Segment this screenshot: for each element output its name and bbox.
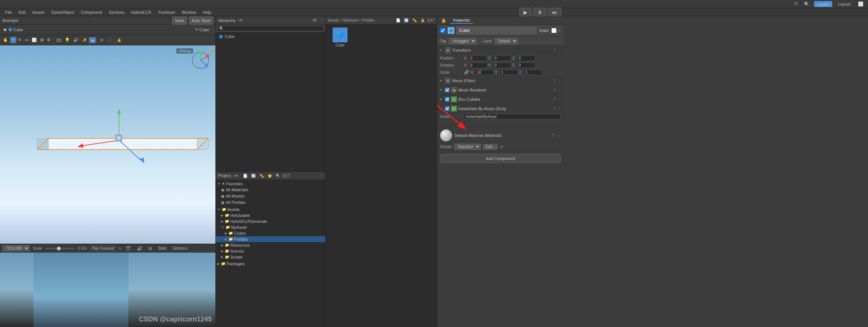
- shader-select[interactable]: Standard: [454, 144, 481, 150]
- scale-link-icon[interactable]: 🔗: [464, 70, 469, 75]
- pos-y-input[interactable]: 0: [493, 55, 511, 61]
- mesh-renderer-checkbox[interactable]: [445, 88, 449, 92]
- material-dots-icon[interactable]: ⋮: [557, 134, 561, 138]
- scene-transform-tool[interactable]: ⊞: [39, 37, 45, 43]
- scene-2d-btn[interactable]: 2D: [55, 37, 63, 43]
- mesh-renderer-header[interactable]: ▼ 🎭 Mesh Renderer ? ⋮: [437, 86, 564, 94]
- play-focused-btn[interactable]: Play Focused: [90, 246, 116, 251]
- folder-codes[interactable]: ▶ 📁 Codes: [216, 230, 325, 236]
- layout-tab[interactable]: Layout: [835, 1, 853, 7]
- scene-audio-btn[interactable]: 🔊: [72, 37, 80, 43]
- menu-help[interactable]: Help: [200, 9, 215, 15]
- pos-x-input[interactable]: 0: [468, 55, 487, 61]
- static-arrow[interactable]: ▾: [559, 29, 561, 32]
- save-button[interactable]: Save: [172, 16, 187, 25]
- folder-scenes[interactable]: ▶ 📁 Scenes: [216, 248, 325, 254]
- mesh-filter-dots-icon[interactable]: ⋮: [558, 79, 561, 83]
- scale-y-input[interactable]: 1: [499, 70, 518, 75]
- asset-panel-icon3[interactable]: ✏️: [411, 18, 418, 23]
- folder-hotupdate[interactable]: ▶ 📁 HotUpdate: [216, 212, 325, 218]
- scene-gizmo-type[interactable]: ⊙: [99, 37, 105, 43]
- scene-light-btn[interactable]: 💡: [63, 37, 71, 43]
- menu-edit[interactable]: Edit: [16, 9, 29, 15]
- menu-file[interactable]: File: [2, 9, 15, 15]
- transform-help-icon[interactable]: ?: [553, 48, 555, 52]
- instantiate-dots-icon[interactable]: ⋮: [558, 107, 561, 111]
- menu-services[interactable]: Services: [106, 9, 127, 15]
- folder-resources[interactable]: ▶ 📁 Resources: [216, 242, 325, 248]
- scene-lock-icon[interactable]: 🔒: [209, 47, 214, 51]
- folder-scripts[interactable]: ▶ 📁 Scripts: [216, 254, 325, 260]
- instantiate-header[interactable]: ▼ C# Instantiate By Asset (Scrip ? ⋮: [437, 104, 564, 113]
- folder-all-models[interactable]: ◉ All Models: [216, 193, 325, 199]
- material-help-icon[interactable]: ?: [552, 134, 554, 138]
- add-component-btn[interactable]: Add Component: [440, 154, 561, 163]
- shader-list-icon[interactable]: ☰: [500, 145, 503, 149]
- proj-icon1[interactable]: 📄: [241, 173, 249, 178]
- transform-header[interactable]: ▼ ⊞ Transform ? ⋮: [437, 46, 564, 55]
- play-button[interactable]: ▶: [519, 8, 532, 17]
- proj-icon4[interactable]: ⭐: [266, 173, 273, 178]
- pause-button[interactable]: ⏸: [533, 8, 547, 17]
- mesh-filter-help-icon[interactable]: ?: [553, 79, 555, 83]
- menu-yooasset[interactable]: YooAsset: [155, 9, 178, 15]
- folder-all-materials[interactable]: ◉ All Materials: [216, 187, 325, 193]
- layer-select[interactable]: Default: [495, 38, 518, 44]
- inspector-tab[interactable]: Inspector: [450, 17, 473, 24]
- scale-x-input[interactable]: 10: [475, 70, 494, 75]
- step-button[interactable]: ⏭: [548, 8, 561, 17]
- shader-edit-btn[interactable]: Edit...: [483, 144, 498, 150]
- mesh-renderer-help-icon[interactable]: ?: [553, 88, 555, 92]
- hierarchy-search[interactable]: [217, 26, 324, 31]
- folder-favorites[interactable]: ▼ ★ Favorites: [216, 181, 325, 187]
- game-icon2[interactable]: 🔊: [135, 246, 144, 251]
- resolution-select[interactable]: 720x1280: [2, 245, 30, 251]
- rot-y-input[interactable]: 0: [493, 62, 511, 68]
- box-collider-help-icon[interactable]: ?: [553, 97, 555, 102]
- scene-back-btn[interactable]: ◀: [1, 26, 7, 33]
- animator-dots[interactable]: ⋮: [93, 18, 97, 23]
- scene-fx-btn[interactable]: ✨: [80, 37, 89, 43]
- scene-persp-label[interactable]: <Persp: [176, 48, 193, 54]
- scene-custom-tool[interactable]: ⚙: [45, 37, 52, 43]
- game-viewport[interactable]: CSDN @capricorn1245: [0, 253, 215, 327]
- instantiate-help-icon[interactable]: ?: [553, 107, 555, 111]
- scene-persp-toggle[interactable]: ⬛: [105, 37, 113, 43]
- asset-cube-item[interactable]: 🔷 Cube: [327, 26, 353, 49]
- scale-slider[interactable]: [45, 248, 75, 249]
- transform-dots-icon[interactable]: ⋮: [558, 48, 561, 52]
- asset-panel-icon1[interactable]: 📄: [394, 18, 402, 23]
- mesh-renderer-dots-icon[interactable]: ⋮: [558, 88, 561, 92]
- game-grid-icon[interactable]: ⊞: [147, 246, 154, 251]
- stats-btn[interactable]: Stats: [157, 246, 168, 251]
- menu-component[interactable]: Component: [78, 9, 105, 15]
- folder-myasset[interactable]: ▼ 📁 MyAsset: [216, 224, 325, 230]
- folder-hybridclrgenerate[interactable]: ▶ 📁 HybridCLRGenerate: [216, 218, 325, 224]
- static-checkbox[interactable]: [551, 28, 557, 33]
- scene-dots[interactable]: ⋮: [210, 27, 214, 32]
- instantiate-checkbox[interactable]: [445, 106, 449, 111]
- folder-prefabs[interactable]: ▶ 📁 Prefabs: [216, 236, 325, 242]
- pos-z-input[interactable]: 0: [517, 55, 535, 61]
- scene-hand-tool[interactable]: ✋: [1, 37, 10, 43]
- inspector-lock-btn[interactable]: 🔒: [439, 17, 448, 23]
- object-enabled-checkbox[interactable]: [440, 28, 445, 33]
- layers-tab[interactable]: Layers: [814, 1, 832, 7]
- scene-viewport[interactable]: Y X Z <Persp 🔒: [0, 45, 215, 244]
- menu-assets[interactable]: Assets: [29, 9, 48, 15]
- box-collider-checkbox[interactable]: [445, 97, 449, 102]
- tag-select[interactable]: Untagged: [449, 38, 477, 44]
- scene-rect-tool[interactable]: ⬜: [30, 37, 38, 43]
- box-collider-header[interactable]: ▼ ◻ Box Collider ? ⋮: [437, 95, 564, 104]
- search-icon-top[interactable]: 🔍: [803, 1, 811, 7]
- box-collider-dots-icon[interactable]: ⋮: [558, 97, 561, 102]
- scale-z-input[interactable]: 1: [523, 70, 542, 75]
- scene-rotate-tool[interactable]: ↻: [17, 37, 23, 43]
- project-plus[interactable]: +▾: [233, 173, 237, 178]
- inspector-dots[interactable]: ⋮: [557, 18, 561, 23]
- maximize-icon[interactable]: ⬜: [856, 1, 865, 7]
- scene-skybox-btn[interactable]: 🌤: [89, 37, 96, 43]
- folder-packages[interactable]: ▶ 📁 Packages: [216, 261, 325, 267]
- scene-scale-tool[interactable]: ⇔: [23, 37, 30, 43]
- object-name-input[interactable]: Cube: [457, 27, 537, 34]
